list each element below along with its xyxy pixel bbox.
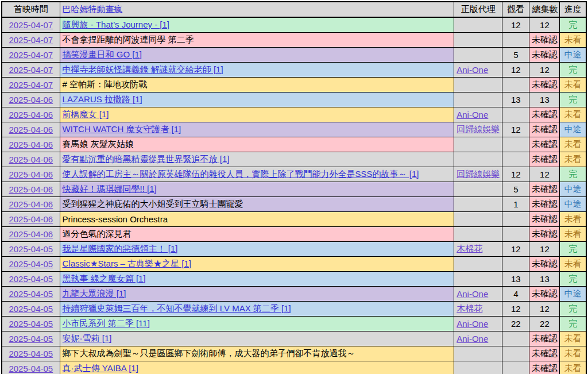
- title-link[interactable]: 搞笑漫畫日和 GO [1]: [63, 49, 142, 59]
- total-episodes: 12: [529, 302, 560, 317]
- date-link[interactable]: 2025-04-07: [9, 20, 53, 30]
- date-link[interactable]: 2025-04-05: [9, 304, 53, 314]
- total-episodes: 未確認: [529, 182, 560, 197]
- total-episodes: 未確認: [529, 212, 560, 227]
- total-episodes: 未確認: [529, 107, 560, 122]
- watched-count: 12: [502, 17, 529, 33]
- progress-status: 完: [560, 63, 586, 78]
- date-link[interactable]: 2025-04-05: [9, 334, 53, 344]
- watched-count: 12: [502, 167, 529, 182]
- table-row: 2025-04-06 過分色氣的深見君 未確認 未看: [2, 227, 586, 242]
- col-header-total: 總集數: [529, 2, 560, 17]
- agent-link[interactable]: Ani-One: [457, 65, 488, 75]
- site-link[interactable]: 巴哈姆特動畫瘋: [63, 4, 123, 14]
- watched-count: 22: [502, 317, 529, 331]
- watched-count: 4: [502, 287, 529, 302]
- progress-status: 完: [560, 302, 586, 317]
- date-link[interactable]: 2025-04-06: [9, 229, 53, 239]
- date-link[interactable]: 2025-04-06: [9, 169, 53, 179]
- title-link[interactable]: 使人誤解的工房主～關於原英雄隊伍的雜役人員，實際上除了戰鬥能力外全是SSS的故事…: [63, 169, 419, 179]
- watched-count: [502, 137, 529, 152]
- title-link[interactable]: 真·武士傳 YAIBA [1]: [63, 363, 138, 373]
- watched-count: 13: [502, 272, 529, 287]
- table-row: 2025-04-06 WITCH WATCH 魔女守護者 [1] 回歸線娛樂 1…: [2, 122, 586, 137]
- table-row: 2025-04-06 受到猩猩之神庇佑的大小姐受到王立騎士團寵愛 1 未確認 中…: [2, 197, 586, 212]
- watched-count: [502, 331, 529, 346]
- title-link[interactable]: LAZARUS 拉撒路 [1]: [63, 94, 142, 104]
- progress-status: 完: [560, 167, 586, 182]
- date-link[interactable]: 2025-04-06: [9, 110, 53, 119]
- title-text: 受到猩猩之神庇佑的大小姐受到王立騎士團寵愛: [63, 199, 243, 209]
- title-link[interactable]: 九龍大眾浪漫 [1]: [63, 288, 126, 298]
- agent-link[interactable]: 木棉花: [457, 303, 482, 313]
- title-link[interactable]: 黑執事 綠之魔女篇 [1]: [63, 273, 146, 283]
- date-link[interactable]: 2025-04-07: [9, 80, 53, 90]
- agent-link[interactable]: Ani-One: [457, 110, 488, 119]
- total-episodes: 未確認: [529, 331, 560, 346]
- watched-count: 1: [502, 197, 529, 212]
- table-row: 2025-04-05 持續狩獵史萊姆三百年，不知不覺就練到 LV MAX 第二季…: [2, 302, 586, 317]
- date-link[interactable]: 2025-04-05: [9, 349, 53, 358]
- title-link[interactable]: 安妮·雪莉 [1]: [63, 333, 112, 343]
- title-link[interactable]: WITCH WATCH 魔女守護者 [1]: [63, 124, 181, 134]
- agent-link[interactable]: 回歸線娛樂: [457, 169, 500, 179]
- anime-schedule-table: 首映時間 巴哈姆特動畫瘋 正版代理 觀看 總集數 進度 2025-04-07 隨…: [1, 1, 587, 374]
- agent-link[interactable]: Ani-One: [457, 334, 488, 344]
- title-link[interactable]: 快藏好！瑪琪娜同學!! [1]: [63, 184, 157, 194]
- date-link[interactable]: 2025-04-07: [9, 50, 53, 60]
- total-episodes: 未確認: [529, 361, 560, 374]
- progress-status: 未看: [560, 212, 586, 227]
- title-text: Princess-session Orchestra: [63, 214, 168, 224]
- total-episodes: 未確認: [529, 152, 560, 167]
- date-link[interactable]: 2025-04-05: [9, 259, 53, 269]
- agent-link[interactable]: Ani-One: [457, 289, 488, 299]
- title-link[interactable]: 我是星際國家的惡德領主！ [1]: [63, 244, 178, 253]
- date-link[interactable]: 2025-04-07: [9, 35, 53, 45]
- progress-status: 未看: [560, 78, 586, 92]
- progress-status: 完: [560, 272, 586, 287]
- col-header-watched: 觀看: [502, 2, 529, 17]
- table-row: 2025-04-07 隨興旅 - That’s Journey - [1] 12…: [2, 17, 586, 33]
- date-link[interactable]: 2025-04-06: [9, 199, 53, 209]
- date-link[interactable]: 2025-04-05: [9, 289, 53, 299]
- table-row: 2025-04-07 # 空帕斯：陣地攻防戰 未確認 未看: [2, 78, 586, 92]
- date-link[interactable]: 2025-04-06: [9, 125, 53, 134]
- total-episodes: 未確認: [529, 227, 560, 242]
- watched-count: 12: [502, 122, 529, 137]
- table-row: 2025-04-06 LAZARUS 拉撒路 [1] 13 13 完: [2, 92, 586, 107]
- progress-status: 完: [560, 92, 586, 107]
- title-link[interactable]: 愛有點沉重的暗黑精靈從異世界緊追不放 [1]: [63, 154, 230, 164]
- date-link[interactable]: 2025-04-05: [9, 274, 53, 284]
- watched-count: 12: [502, 242, 529, 257]
- date-link[interactable]: 2025-04-05: [9, 319, 53, 329]
- watched-count: [502, 33, 529, 48]
- date-link[interactable]: 2025-04-06: [9, 155, 53, 164]
- watched-count: [502, 227, 529, 242]
- title-link[interactable]: 持續狩獵史萊姆三百年，不知不覺就練到 LV MAX 第二季 [1]: [63, 303, 291, 313]
- title-link[interactable]: 前橋魔女 [1]: [63, 109, 109, 119]
- date-link[interactable]: 2025-04-06: [9, 214, 53, 224]
- watched-count: [502, 257, 529, 272]
- progress-status: 中途: [560, 48, 586, 63]
- title-text: 鄉下大叔成為劍聖～只是區區鄉下劍術師傅，成大器的弟子們卻不肯放過我～: [63, 348, 355, 358]
- watched-count: [502, 152, 529, 167]
- agent-link[interactable]: 回歸線娛樂: [457, 124, 500, 134]
- watched-count: 12: [502, 63, 529, 78]
- agent-link[interactable]: Ani-One: [457, 319, 488, 329]
- agent-link[interactable]: 木棉花: [457, 244, 482, 253]
- date-link[interactable]: 2025-04-06: [9, 140, 53, 149]
- date-link[interactable]: 2025-04-06: [9, 95, 53, 105]
- date-link[interactable]: 2025-04-06: [9, 184, 53, 194]
- date-link[interactable]: 2025-04-05: [9, 244, 53, 254]
- date-link[interactable]: 2025-04-05: [9, 364, 53, 373]
- progress-status: 中途: [560, 197, 586, 212]
- table-row: 2025-04-06 Princess-session Orchestra 未確…: [2, 212, 586, 227]
- title-text: 過分色氣的深見君: [63, 229, 131, 238]
- progress-status: 未看: [560, 257, 586, 272]
- title-link[interactable]: 小市民系列 第二季 [11]: [63, 318, 150, 328]
- title-link[interactable]: 隨興旅 - That’s Journey - [1]: [63, 20, 169, 29]
- title-link[interactable]: 中禪寺老師妖怪講義錄 解謎就交給老師 [1]: [63, 64, 223, 74]
- date-link[interactable]: 2025-04-07: [9, 65, 53, 75]
- title-link[interactable]: Classic★Stars – 古典樂★之星 [1]: [63, 259, 191, 268]
- title-text: 賽馬娘 灰髮灰姑娘: [63, 139, 134, 149]
